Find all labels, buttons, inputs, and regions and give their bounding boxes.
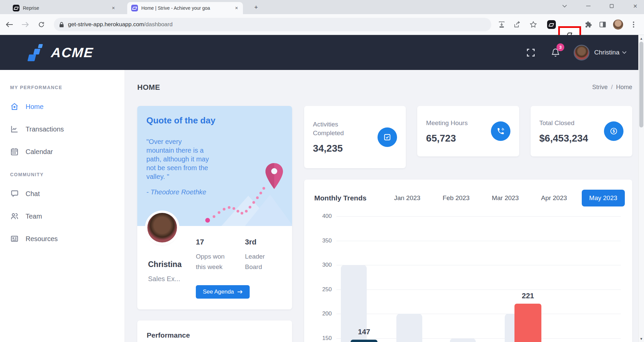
lock-icon (59, 22, 64, 28)
arrow-right-icon (237, 290, 243, 294)
extensions-puzzle-icon[interactable] (584, 20, 593, 29)
tab-title: Reprise (23, 5, 110, 11)
monthly-trends-title: Monthly Trends (314, 194, 366, 202)
opps-won-value: 17 (196, 238, 225, 246)
tab-close-icon[interactable]: ✕ (110, 5, 116, 11)
sidebar-section-title: COMMUNITY (10, 172, 124, 177)
reload-button[interactable] (37, 20, 46, 29)
y-axis-tick-label: 350 (310, 237, 332, 244)
see-agenda-button[interactable]: See Agenda (196, 285, 250, 299)
gridline (336, 314, 621, 314)
sidebar-item-calendar[interactable]: Calendar (10, 144, 124, 159)
stat-card-activities: Activities Completed 34,235 (304, 106, 406, 168)
sidebar-item-team[interactable]: Team (10, 208, 124, 224)
acme-logo-icon (28, 44, 46, 61)
main-content: HOME Strive/Home Quote of the day "Over … (125, 70, 644, 342)
browser-tab-strive[interactable]: Home | Strive - Achieve your goa ✕ (127, 2, 243, 14)
tab-title: Home | Strive - Achieve your goa (141, 5, 234, 11)
value-bar (514, 304, 541, 342)
tab-close-icon[interactable]: ✕ (234, 5, 240, 11)
page-scrollbar[interactable]: ▲ ▼ (638, 35, 644, 342)
tab-search-chevron-icon[interactable] (557, 0, 572, 12)
browser-toolbar: get-strive-app.herokuapp.com/dashboard (0, 14, 644, 35)
stat-value: $6,453,234 (539, 133, 588, 144)
acme-logo[interactable]: ACME (28, 44, 94, 61)
app-navbar: ACME 3 Christina (0, 35, 644, 70)
user-name[interactable]: Christina (594, 49, 619, 56)
bookmark-star-icon[interactable] (529, 20, 538, 29)
home-icon (10, 102, 19, 111)
scroll-down-arrow[interactable]: ▼ (639, 336, 644, 341)
y-axis-tick-label: 150 (310, 335, 332, 342)
stat-card-meeting-hours: Meeting Hours 65,723 (417, 106, 519, 156)
window-minimize-button[interactable] (581, 0, 596, 12)
window-maximize-button[interactable] (604, 0, 619, 12)
bar-value-label: 147 (354, 328, 374, 336)
quote-person-avatar (147, 213, 177, 242)
performance-card: Performance (137, 320, 292, 342)
leaderboard-rank-value: 3rd (245, 238, 265, 246)
sidebar-item-home[interactable]: Home (10, 99, 124, 114)
scrollbar-thumb[interactable] (639, 42, 643, 127)
stat-label: Meeting Hours (426, 119, 468, 127)
browser-profile-avatar[interactable] (613, 20, 623, 30)
sidebar-item-transactions[interactable]: Transactions (10, 121, 124, 137)
dollar-icon: $ (604, 121, 623, 141)
tab-jan-2023[interactable]: Jan 2023 (387, 190, 428, 206)
reprise-favicon-icon (13, 5, 20, 11)
sidebar-item-chat[interactable]: Chat (10, 186, 124, 201)
browser-menu-icon[interactable] (631, 20, 637, 29)
back-button[interactable] (5, 20, 14, 29)
sidebar: MY PERFORMANCE Home Transactions Calenda… (0, 70, 125, 342)
background-bar (396, 314, 422, 342)
brand-name: ACME (50, 45, 94, 60)
quote-of-the-day-card: Quote of the day "Over every mountain th… (137, 106, 292, 309)
stat-value: 65,723 (426, 133, 468, 144)
tab-may-2023[interactable]: May 2023 (582, 190, 624, 206)
fullscreen-icon[interactable] (526, 48, 535, 57)
reprise-extension-icon[interactable] (547, 20, 556, 29)
tab-mar-2023[interactable]: Mar 2023 (485, 190, 526, 206)
address-bar[interactable]: get-strive-app.herokuapp.com/dashboard (54, 18, 491, 31)
tab-feb-2023[interactable]: Feb 2023 (435, 190, 477, 206)
quote-title: Quote of the day (146, 115, 292, 126)
value-bar (351, 340, 378, 342)
performance-title: Performance (147, 331, 283, 339)
notifications-bell-icon[interactable]: 3 (551, 47, 560, 58)
leaderboard-rank-label: Leader Board (245, 251, 265, 272)
breadcrumb-current: Home (616, 84, 632, 90)
notification-count-badge: 3 (557, 43, 564, 51)
user-menu-chevron-icon[interactable] (622, 51, 627, 54)
gridline (336, 216, 621, 217)
user-avatar[interactable] (574, 45, 589, 61)
stat-value: 34,235 (313, 143, 357, 154)
install-download-icon[interactable] (497, 20, 506, 29)
side-panel-icon[interactable] (598, 20, 607, 29)
y-axis-tick-label: 250 (310, 286, 332, 293)
calendar-icon (10, 147, 19, 156)
gridline (336, 241, 621, 241)
window-close-button[interactable]: ✕ (628, 0, 643, 12)
browser-tab-reprise[interactable]: Reprise ✕ (9, 2, 120, 14)
check-square-icon (378, 127, 397, 147)
sidebar-item-resources[interactable]: Resources (10, 231, 124, 246)
quote-person-name: Christina (148, 260, 182, 269)
url-host: get-strive-app.herokuapp.com (68, 21, 144, 28)
new-tab-button[interactable]: + (252, 3, 260, 12)
tab-apr-2023[interactable]: Apr 2023 (534, 190, 574, 206)
scroll-up-arrow[interactable]: ▲ (639, 36, 644, 41)
phone-call-icon (491, 121, 510, 141)
people-icon (10, 212, 19, 221)
breadcrumb: Strive/Home (592, 84, 632, 91)
mountain-path-illustration (203, 157, 292, 226)
bar-value-label: 221 (518, 292, 538, 300)
stat-card-total-closed: Total Closed $6,453,234 $ (531, 106, 632, 156)
breadcrumb-root[interactable]: Strive (592, 84, 608, 90)
share-icon[interactable] (513, 20, 522, 29)
background-bar (450, 338, 476, 342)
forward-button[interactable] (21, 20, 30, 29)
gridline (336, 265, 621, 265)
strive-favicon-icon (131, 5, 138, 11)
chat-bubble-icon (10, 189, 19, 198)
y-axis-tick-label: 400 (310, 213, 332, 220)
